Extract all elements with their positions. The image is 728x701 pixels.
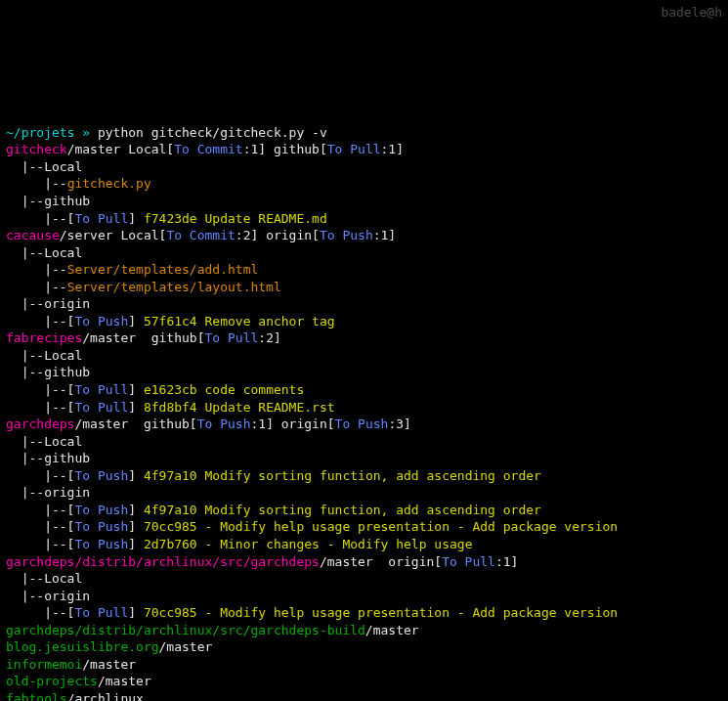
text-segment: ] — [128, 519, 144, 534]
prompt-sep: » — [82, 125, 90, 140]
output-line: |--gitcheck.py — [6, 175, 722, 193]
text-segment: |--github — [6, 451, 90, 465]
text-segment: To Push — [335, 416, 389, 431]
text-segment: |--origin — [6, 296, 90, 311]
output-line: |--Server/templates/layout.html — [6, 279, 722, 296]
text-segment: /master github[ — [74, 416, 196, 431]
text-segment: |-- — [6, 280, 67, 294]
text-segment: |--Local — [6, 348, 82, 363]
text-segment: 4f97a10 Modify sorting function, add asc… — [144, 468, 541, 483]
text-segment: |-- — [6, 176, 67, 191]
output-line: |--Local — [6, 570, 722, 588]
text-segment: :1] — [495, 554, 518, 569]
output-line: garchdeps/distrib/archlinux/src/garchdep… — [6, 622, 722, 639]
output-lines: gitcheck/master Local[To Commit:1] githu… — [6, 141, 722, 701]
text-segment: garchdeps — [6, 416, 74, 431]
text-segment: |--[ — [6, 400, 74, 415]
text-segment: ] — [128, 211, 144, 226]
text-segment: To Push — [74, 314, 128, 329]
text-segment: |--Local — [6, 434, 82, 449]
text-segment: |--[ — [6, 211, 74, 226]
text-segment: :1] — [373, 228, 396, 242]
output-line: |--Server/templates/add.html — [6, 261, 722, 279]
text-segment: |--github — [6, 194, 90, 208]
output-line: old-projects/master — [6, 673, 722, 690]
text-segment: To Pull — [205, 330, 259, 345]
text-segment: ] — [128, 537, 144, 551]
text-segment: garchdeps/distrib/archlinux/src/garchdep… — [6, 554, 320, 569]
text-segment: To Push — [74, 519, 128, 534]
text-segment: To Pull — [74, 382, 128, 397]
text-segment: cacause — [6, 228, 60, 242]
text-segment: |--Local — [6, 245, 82, 260]
output-line: |--[To Push] 2d7b760 - Minor changes - M… — [6, 536, 722, 553]
text-segment: To Commit — [174, 142, 242, 156]
text-segment: 70cc985 - Modify help usage presentation… — [144, 519, 618, 534]
output-line: |--[To Push] 4f97a10 Modify sorting func… — [6, 502, 722, 519]
user-host: badele@h — [661, 4, 722, 22]
output-line: |--github — [6, 364, 722, 381]
text-segment: To Pull — [327, 142, 381, 156]
output-line: |--[To Push] 57f61c4 Remove anchor tag — [6, 313, 722, 330]
text-segment: ] — [128, 503, 144, 517]
text-segment: ] — [128, 382, 144, 397]
output-line: |--Local — [6, 433, 722, 451]
text-segment: To Pull — [442, 554, 495, 569]
text-segment: :2] origin[ — [236, 228, 320, 242]
output-line: garchdeps/master github[To Push:1] origi… — [6, 416, 722, 433]
terminal-output: ~/projets » python gitcheck/gitcheck.py … — [6, 107, 722, 701]
output-line: |--Local — [6, 158, 722, 176]
text-segment: blog.jesuislibre.org — [6, 639, 159, 654]
text-segment: To Pull — [74, 211, 128, 226]
text-segment: |--[ — [6, 605, 74, 620]
text-segment: fabtools — [6, 691, 67, 701]
text-segment: To Commit — [166, 228, 235, 242]
text-segment: To Push — [74, 503, 128, 517]
text-segment: fabrecipes — [6, 330, 82, 345]
output-line: |--origin — [6, 484, 722, 502]
output-line: |--[To Pull] 8fd8bf4 Update README.rst — [6, 399, 722, 416]
output-line: fabrecipes/master github[To Pull:2] — [6, 329, 722, 347]
text-segment: |-- — [6, 262, 67, 277]
text-segment: /archlinux — [67, 691, 144, 701]
prompt-line: ~/projets » python gitcheck/gitcheck.py … — [6, 124, 722, 142]
output-line: blog.jesuislibre.org/master — [6, 638, 722, 656]
text-segment: :1] — [381, 142, 404, 156]
output-line: informemoi/master — [6, 656, 722, 674]
text-segment: /master — [82, 657, 136, 672]
text-segment: |--[ — [6, 382, 74, 397]
text-segment: garchdeps/distrib/archlinux/src/garchdep… — [6, 623, 365, 637]
command: python gitcheck/gitcheck.py -v — [98, 125, 327, 140]
output-line: |--[To Push] 4f97a10 Modify sorting func… — [6, 467, 722, 485]
text-segment: f7423de Update README.md — [144, 211, 327, 226]
text-segment: |--[ — [6, 537, 74, 551]
text-segment: :1] github[ — [243, 142, 327, 156]
text-segment: /master Local[ — [67, 142, 175, 156]
text-segment: /master — [98, 674, 151, 688]
output-line: |--[To Pull] 70cc985 - Modify help usage… — [6, 604, 722, 622]
text-segment: gitcheck.py — [67, 176, 151, 191]
text-segment: :1] origin[ — [250, 416, 334, 431]
text-segment: |--origin — [6, 589, 90, 603]
text-segment: /master github[ — [82, 330, 204, 345]
text-segment: To Push — [74, 468, 128, 483]
text-segment: /server Local[ — [60, 228, 167, 242]
text-segment: |--[ — [6, 314, 74, 329]
output-line: cacause/server Local[To Commit:2] origin… — [6, 227, 722, 244]
output-line: |--origin — [6, 588, 722, 605]
text-segment: /master — [159, 639, 213, 654]
text-segment: ] — [128, 468, 144, 483]
text-segment: 4f97a10 Modify sorting function, add asc… — [144, 503, 541, 517]
text-segment: old-projects — [6, 674, 98, 688]
text-segment: ] — [128, 605, 144, 620]
text-segment: :2] — [258, 330, 280, 345]
cwd: ~/projets — [6, 125, 74, 140]
text-segment: |--github — [6, 365, 90, 379]
text-segment: /master — [365, 623, 419, 637]
output-line: garchdeps/distrib/archlinux/src/garchdep… — [6, 553, 722, 571]
text-segment: |--Local — [6, 159, 82, 174]
text-segment: To Push — [320, 228, 373, 242]
text-segment: 2d7b760 - Minor changes - Modify help us… — [144, 537, 473, 551]
text-segment: |--[ — [6, 468, 74, 483]
text-segment: To Pull — [74, 400, 128, 415]
